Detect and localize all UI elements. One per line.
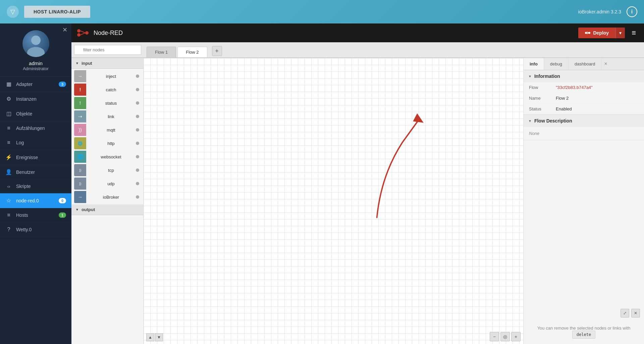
node-tcp[interactable]: )) tcp [74,164,141,176]
catch-label: catch [86,87,136,92]
info-panel-bottom: You can remove the selected nodes or lin… [524,320,644,344]
iobroker-icon-area: → [74,191,86,203]
node-udp[interactable]: )) udp [74,178,141,190]
tcp-icon-area: )) [74,164,86,176]
deploy-group: Deploy ▾ [578,28,625,38]
flow-desc-chevron-icon: ▼ [528,119,532,123]
output-section-header[interactable]: ▼ output [71,204,143,215]
menu-button[interactable]: ≡ [629,27,639,39]
nr-workspace: ▼ input → inject ! catch ! status [71,58,644,344]
svg-point-5 [585,32,587,34]
tab-debug[interactable]: debug [544,58,569,70]
information-section-header[interactable]: ▼ Information [524,70,644,82]
sidebar-item-label: Log [16,140,66,145]
link-port [136,115,139,118]
svg-line-8 [587,33,588,34]
sidebar-item-log[interactable]: ≡ Log [0,136,71,150]
top-bar: ▽ HOST LINARO-ALIP ioBroker.admin 3.2.3 … [0,0,644,23]
info-tabs: info debug dashboard ✕ [524,58,644,70]
udp-label: udp [86,181,136,186]
deploy-button[interactable]: Deploy [578,28,615,38]
canvas-zoom-out-button[interactable]: − [490,332,499,341]
filter-wrap: 🔍 [71,42,147,57]
information-chevron-icon: ▼ [528,75,532,78]
input-section-header[interactable]: ▼ input [71,58,143,69]
tab-flow2[interactable]: Flow 2 [177,47,207,57]
sidebar-item-skripte[interactable]: ‹› Skripte [0,180,71,193]
sidebar-item-instanzen[interactable]: ⚙ Instanzen [0,92,71,106]
add-tab-button[interactable]: + [212,46,222,56]
flow-label: Flow [529,85,556,90]
info-row-status: Status Enabled [524,104,644,114]
flow-desc-label: Flow Description [534,118,572,124]
canvas-area[interactable]: ▲ ▼ − ◎ + [144,58,523,344]
canvas-zoom-in-button[interactable]: + [511,332,521,341]
node-websocket[interactable]: 🌐 websocket [74,151,141,163]
svg-point-0 [77,29,80,33]
sidebar-item-hosts[interactable]: ≡ Hosts 1 [0,208,71,223]
sidebar-item-node-red[interactable]: ☆ node-red.0 0 [0,193,71,208]
tab-flow1[interactable]: Flow 1 [147,47,176,57]
node-red-badge: 0 [59,198,66,203]
flow-desc-header[interactable]: ▼ Flow Description [524,115,644,127]
benutzer-icon: 👤 [5,169,12,175]
sidebar-item-label: Wetty.0 [16,227,66,232]
node-inject[interactable]: → inject [74,70,141,82]
version-label: ioBroker.admin 3.2.3 [578,9,621,14]
sidebar-item-ereignisse[interactable]: ⚡ Ereignisse [0,150,71,165]
svg-line-4 [80,33,85,35]
deploy-arrow-button[interactable]: ▾ [615,28,625,38]
status-port [136,101,139,105]
sidebar-item-label: Ereignisse [16,155,66,160]
tab-info[interactable]: info [524,58,544,70]
sidebar-item-objekte[interactable]: ◫ Objekte [0,106,71,121]
canvas-up-button[interactable]: ▲ [146,333,154,341]
info-row-flow: Flow "33cf2b83.b747a4" [524,82,644,93]
node-iobroker[interactable]: → ioBroker [74,191,141,203]
canvas-down-button[interactable]: ▼ [155,333,163,341]
adapter-badge: 3 [59,82,66,87]
tab-dashboard[interactable]: dashboard [569,58,601,70]
http-port [136,142,139,145]
sidebar-item-aufzaehlungen[interactable]: ≡ Aufzählungen [0,121,71,136]
wetty-icon: ? [5,227,12,233]
node-mqtt[interactable]: )) mqtt [74,124,141,136]
flow-description-section: ▼ Flow Description None [524,115,644,140]
dashboard-close-icon[interactable]: ✕ [601,58,610,70]
menu-icon[interactable]: ▽ [7,6,19,18]
sidebar-item-label: node-red.0 [16,198,55,203]
flow-tabs: Flow 1 Flow 2 [147,42,208,57]
objekte-icon: ◫ [5,110,12,117]
svg-point-1 [77,33,80,37]
search-input[interactable] [74,45,141,55]
node-link[interactable]: ⇢ link [74,110,141,122]
info-close-button[interactable]: ✕ [631,309,640,317]
sidebar-item-benutzer[interactable]: 👤 Benutzer [0,165,71,180]
info-expand-button[interactable]: ⤢ [621,309,629,317]
info-spacer [524,140,644,306]
nodered-header: Node-RED Deploy ▾ ≡ [71,23,644,42]
information-section-label: Information [534,73,560,79]
sidebar-item-adapter[interactable]: ▦ Adapter 3 [0,77,71,92]
info-button[interactable]: i [627,6,637,17]
sidebar-item-wetty[interactable]: ? Wetty.0 [0,223,71,237]
canvas-annotation [144,58,523,344]
websocket-icon-area: 🌐 [74,151,86,163]
websocket-label: websocket [86,154,136,159]
node-status[interactable]: ! status [74,97,141,109]
sidebar-item-label: Skripte [16,184,66,189]
skripte-icon: ‹› [5,184,12,189]
adapter-icon: ▦ [5,81,12,87]
node-catch[interactable]: ! catch [74,84,141,96]
deploy-icon [585,31,590,35]
sidebar: admin Administrator ✕ ▦ Adapter 3 ⚙ Inst… [0,23,71,344]
udp-port [136,182,139,185]
host-button[interactable]: HOST LINARO-ALIP [24,6,90,18]
sidebar-close-icon[interactable]: ✕ [62,26,67,34]
node-http[interactable]: 🌐 http [74,137,141,149]
canvas-fit-button[interactable]: ◎ [500,332,510,341]
flow-value[interactable]: "33cf2b83.b747a4" [556,85,639,90]
udp-icon-area: )) [74,178,86,190]
link-label: link [86,114,136,119]
add-tab-area: + [208,42,225,57]
